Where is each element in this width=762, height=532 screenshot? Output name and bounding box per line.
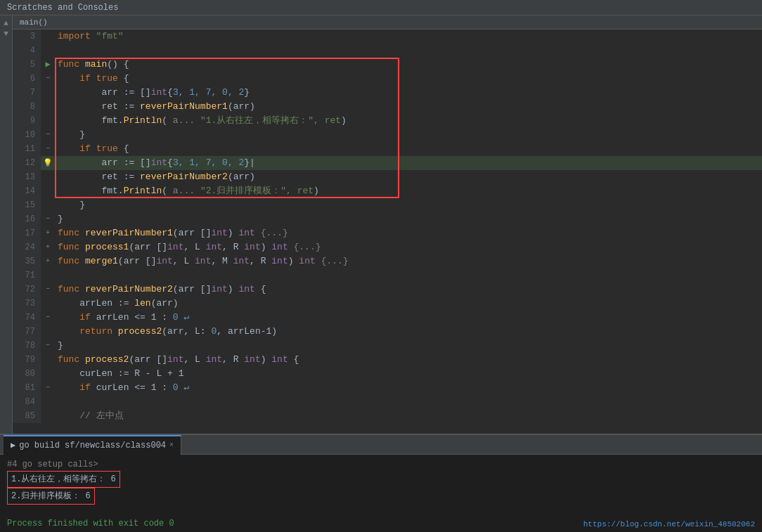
bulb-icon[interactable]: 💡: [43, 156, 53, 170]
line-num: 85: [13, 409, 41, 423]
line-content: func process1(arr []int, L int, R int) i…: [55, 240, 762, 254]
run-icon[interactable]: ▶: [45, 58, 50, 72]
line-gutter: [41, 198, 55, 212]
line-content: // 左中点: [55, 409, 762, 423]
main-area: ▲ ▼ main() 3 import "fmt" 4: [0, 15, 762, 434]
line-gutter: [41, 184, 55, 198]
table-row: 3 import "fmt": [13, 30, 762, 44]
line-gutter: [41, 30, 55, 44]
output-line: #4 go setup calls>: [7, 458, 755, 471]
line-num: 35: [13, 254, 41, 268]
line-content: if true {: [55, 142, 762, 156]
table-row: 71: [13, 268, 762, 283]
collapse-icon[interactable]: −: [46, 283, 50, 297]
output-line: 2.归并排序模板： 6: [7, 488, 755, 505]
output-line: 1.从右往左，相等拷右： 6: [7, 471, 755, 488]
nav-down-arrow[interactable]: ▼: [4, 30, 8, 38]
line-content: func main() {: [55, 58, 762, 72]
code-container: 3 import "fmt" 4 5 ▶ func main() {: [13, 30, 762, 434]
line-gutter: 💡: [41, 156, 55, 170]
collapse-icon[interactable]: −: [46, 311, 50, 325]
table-row: 10 − }: [13, 128, 762, 142]
line-gutter: [41, 44, 55, 58]
line-num: 3: [13, 30, 41, 44]
line-gutter: +: [41, 254, 55, 268]
bottom-tab-run[interactable]: ▶ go build sf/newclass/class004 ×: [4, 435, 181, 455]
line-content: ret := reverPairNumber1(arr): [55, 100, 762, 114]
line-gutter: [41, 409, 55, 423]
table-row: 17 + func reverPairNumber1(arr []int) in…: [13, 226, 762, 240]
line-gutter: −: [41, 212, 55, 226]
output-result-1: 1.从右往左，相等拷右： 6: [7, 471, 120, 488]
line-gutter: −: [41, 381, 55, 395]
line-content: if true {: [55, 72, 762, 86]
table-row: 7 arr := []int{3, 1, 7, 0, 2}: [13, 86, 762, 100]
tab-run-icon: ▶: [11, 440, 15, 450]
table-row: 35 + func merge1(arr []int, L int, M int…: [13, 254, 762, 268]
collapse-icon[interactable]: +: [46, 226, 50, 240]
collapse-icon[interactable]: −: [46, 212, 50, 226]
line-num: 14: [13, 184, 41, 198]
table-row: 84: [13, 395, 762, 409]
line-num: 84: [13, 395, 41, 409]
line-gutter: −: [41, 339, 55, 353]
line-content: }: [55, 212, 762, 226]
collapse-icon[interactable]: −: [46, 381, 50, 395]
bottom-right-link[interactable]: https://blog.csdn.net/weixin_48502062: [583, 520, 755, 528]
table-row: 16 − }: [13, 212, 762, 226]
line-gutter: [41, 353, 55, 367]
line-gutter: −: [41, 128, 55, 142]
line-gutter: [41, 325, 55, 339]
table-row: 5 ▶ func main() {: [13, 58, 762, 72]
line-content: if arrLen <= 1 : 0 ↵: [55, 311, 762, 325]
line-num: 12: [13, 156, 41, 170]
collapse-icon[interactable]: +: [46, 240, 50, 254]
output-line: [7, 505, 755, 517]
editor-area: main() 3 import "fmt" 4: [13, 15, 762, 434]
line-content: fmt.Println( a... "2.归并排序模板：", ret): [55, 184, 762, 198]
table-row: 74 − if arrLen <= 1 : 0 ↵: [13, 311, 762, 325]
line-num: 6: [13, 72, 41, 86]
table-row: 78 − }: [13, 339, 762, 353]
line-content: arrLen := len(arr): [55, 297, 762, 311]
collapse-icon[interactable]: +: [46, 254, 50, 268]
line-gutter: [41, 395, 55, 409]
code-lines: 3 import "fmt" 4 5 ▶ func main() {: [13, 30, 762, 423]
output-result-2: 2.归并排序模板： 6: [7, 488, 95, 505]
line-content: import "fmt": [55, 30, 762, 44]
line-content: arr := []int{3, 1, 7, 0, 2}|: [55, 156, 762, 170]
table-row: 81 − if curLen <= 1 : 0 ↵: [13, 381, 762, 395]
line-gutter: [41, 170, 55, 184]
line-content: if curLen <= 1 : 0 ↵: [55, 381, 762, 395]
collapse-icon[interactable]: −: [46, 142, 50, 156]
line-content: return process2(arr, L: 0, arrLen-1): [55, 325, 762, 339]
line-gutter: [41, 114, 55, 128]
line-content: curLen := R - L + 1: [55, 367, 762, 381]
line-content: }: [55, 339, 762, 353]
tab-run-label: go build sf/newclass/class004: [19, 441, 166, 450]
table-row: 6 − if true {: [13, 72, 762, 86]
table-row: 79 func process2(arr []int, L int, R int…: [13, 353, 762, 367]
line-num: 72: [13, 283, 41, 297]
line-content: arr := []int{3, 1, 7, 0, 2}: [55, 86, 762, 100]
line-gutter: [41, 297, 55, 311]
line-content: func process2(arr []int, L int, R int) i…: [55, 353, 762, 367]
collapse-icon[interactable]: −: [46, 72, 50, 86]
line-gutter: −: [41, 311, 55, 325]
collapse-icon[interactable]: −: [46, 128, 50, 142]
tab-close-button[interactable]: ×: [169, 441, 174, 449]
nav-up-arrow[interactable]: ▲: [4, 19, 8, 27]
line-content: func merge1(arr []int, L int, M int, R i…: [55, 254, 762, 268]
breadcrumb: main(): [20, 18, 48, 27]
line-num: 81: [13, 381, 41, 395]
bottom-panel: ▶ go build sf/newclass/class004 × #4 go …: [0, 434, 762, 532]
line-content: [55, 44, 762, 58]
line-gutter: [41, 100, 55, 114]
table-row: 85 // 左中点: [13, 409, 762, 423]
line-content: }: [55, 128, 762, 142]
line-content: [55, 268, 762, 283]
collapse-icon[interactable]: −: [46, 339, 50, 353]
table-row: 4: [13, 44, 762, 58]
line-gutter: −: [41, 72, 55, 86]
line-gutter: −: [41, 283, 55, 297]
